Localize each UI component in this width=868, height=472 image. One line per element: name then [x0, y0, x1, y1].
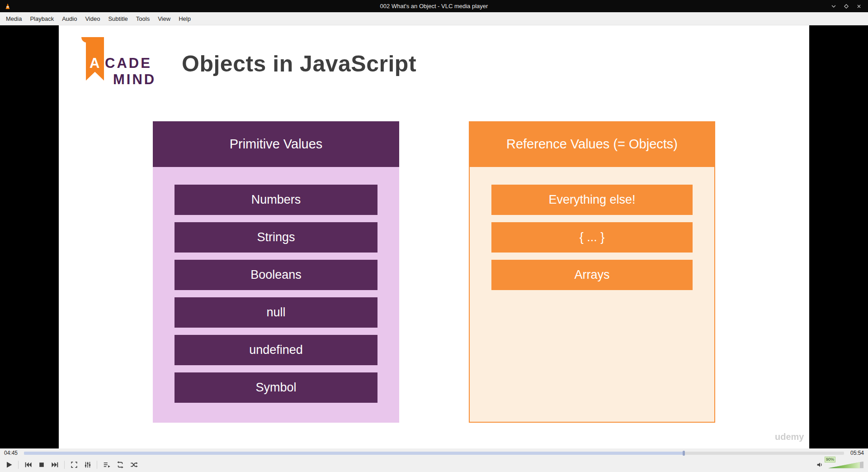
- reference-item-arrays: Arrays: [491, 260, 693, 290]
- video-area: A CADE MIND Objects in JavaScript Primit…: [0, 25, 868, 448]
- reference-item-everything: Everything else!: [491, 185, 693, 215]
- loop-icon: [116, 461, 124, 469]
- primitive-item-numbers: Numbers: [175, 185, 377, 215]
- play-icon: [5, 460, 14, 469]
- primitive-item-null: null: [175, 297, 377, 328]
- random-button[interactable]: [127, 459, 140, 470]
- maximize-button[interactable]: [842, 2, 851, 11]
- control-panel: 04:45 05:54: [0, 448, 868, 472]
- window-controls: [829, 2, 863, 11]
- seek-fill: [24, 452, 684, 455]
- primitive-item-strings: Strings: [175, 222, 377, 253]
- elapsed-time[interactable]: 04:45: [4, 450, 20, 456]
- reference-item-braces: { ... }: [491, 222, 693, 253]
- window-title: 002 What's an Object - VLC media player: [0, 3, 868, 10]
- extended-settings-icon: [84, 461, 92, 469]
- menu-playback[interactable]: Playback: [26, 14, 58, 24]
- previous-button[interactable]: [22, 459, 34, 470]
- primitive-box-body: Numbers Strings Booleans null undefined …: [153, 167, 399, 423]
- maximize-icon: [843, 3, 849, 10]
- minimize-button[interactable]: [829, 2, 838, 11]
- menu-media[interactable]: Media: [2, 14, 26, 24]
- primitive-values-box: Primitive Values Numbers Strings Boolean…: [153, 121, 399, 423]
- menu-bar: Media Playback Audio Video Subtitle Tool…: [0, 12, 868, 25]
- close-icon: [856, 3, 862, 10]
- seek-handle[interactable]: [683, 451, 685, 456]
- reference-values-box: Reference Values (= Objects) Everything …: [469, 121, 715, 423]
- separator: [64, 461, 65, 469]
- academind-logo: A CADE MIND: [80, 37, 197, 94]
- udemy-watermark: udemy: [775, 432, 804, 442]
- seek-bar[interactable]: [24, 452, 844, 455]
- stop-button[interactable]: [35, 459, 47, 470]
- seek-row: 04:45 05:54: [0, 448, 868, 458]
- extended-settings-button[interactable]: [81, 459, 94, 470]
- vlc-cone-icon: [4, 3, 11, 10]
- video-frame[interactable]: A CADE MIND Objects in JavaScript Primit…: [59, 25, 809, 448]
- primitive-item-booleans: Booleans: [175, 260, 377, 290]
- logo-cade: CADE: [105, 55, 152, 72]
- volume-area: 90%: [814, 459, 865, 470]
- primitive-item-symbol: Symbol: [175, 372, 377, 403]
- speaker-icon: [816, 461, 824, 469]
- mute-button[interactable]: [814, 459, 826, 470]
- playlist-icon: [103, 461, 111, 469]
- separator: [18, 461, 19, 469]
- menu-subtitle[interactable]: Subtitle: [104, 14, 132, 24]
- loop-button[interactable]: [114, 459, 126, 470]
- previous-icon: [24, 461, 32, 469]
- playlist-button[interactable]: [100, 459, 113, 470]
- menu-view[interactable]: View: [154, 14, 175, 24]
- fullscreen-icon: [70, 461, 78, 469]
- primitive-item-undefined: undefined: [175, 335, 377, 365]
- play-button[interactable]: [3, 459, 15, 470]
- reference-box-body: Everything else! { ... } Arrays: [469, 167, 715, 423]
- next-button[interactable]: [49, 459, 61, 470]
- shuffle-icon: [130, 461, 138, 469]
- reference-box-header: Reference Values (= Objects): [469, 121, 715, 167]
- duration-time[interactable]: 05:54: [848, 450, 864, 456]
- fullscreen-button[interactable]: [68, 459, 80, 470]
- menu-help[interactable]: Help: [175, 14, 195, 24]
- slide-title: Objects in JavaScript: [182, 51, 416, 77]
- separator: [97, 461, 97, 469]
- close-button[interactable]: [854, 2, 863, 11]
- next-icon: [51, 461, 59, 469]
- transport-buttons-row: 90%: [0, 458, 868, 472]
- logo-letter-a: A: [90, 55, 99, 72]
- menu-video[interactable]: Video: [81, 14, 104, 24]
- logo-mind: MIND: [113, 72, 156, 88]
- menu-audio[interactable]: Audio: [58, 14, 81, 24]
- primitive-box-header: Primitive Values: [153, 121, 399, 167]
- stop-icon: [38, 461, 45, 468]
- menu-tools[interactable]: Tools: [132, 14, 154, 24]
- title-bar: 002 What's an Object - VLC media player: [0, 0, 868, 12]
- chevron-down-icon: [830, 3, 837, 10]
- volume-percentage: 90%: [825, 457, 835, 462]
